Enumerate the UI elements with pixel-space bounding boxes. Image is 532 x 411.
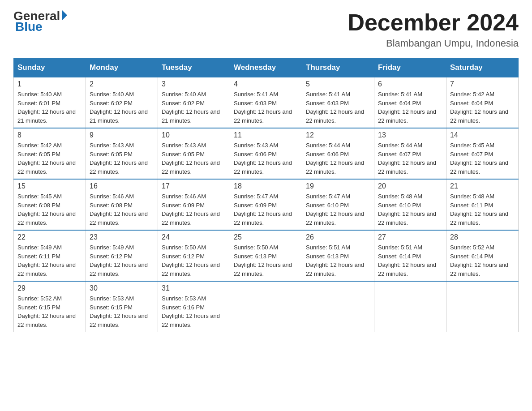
day-number: 9 — [90, 131, 154, 139]
month-title: December 2024 — [348, 9, 519, 36]
calendar-cell: 13 Sunrise: 5:44 AM Sunset: 6:07 PM Dayl… — [374, 128, 446, 179]
calendar-cell: 17 Sunrise: 5:46 AM Sunset: 6:09 PM Dayl… — [158, 179, 230, 230]
day-info: Sunrise: 5:46 AM Sunset: 6:09 PM Dayligh… — [162, 192, 226, 227]
title-block: December 2024 Blambangan Umpu, Indonesia — [348, 9, 519, 49]
calendar-cell: 26 Sunrise: 5:51 AM Sunset: 6:13 PM Dayl… — [302, 230, 374, 281]
calendar-cell: 6 Sunrise: 5:41 AM Sunset: 6:04 PM Dayli… — [374, 77, 446, 128]
day-number: 15 — [17, 182, 82, 190]
day-number: 1 — [17, 80, 82, 88]
day-info: Sunrise: 5:53 AM Sunset: 6:15 PM Dayligh… — [90, 294, 154, 329]
day-number: 10 — [162, 131, 226, 139]
day-number: 12 — [306, 131, 370, 139]
day-info: Sunrise: 5:49 AM Sunset: 6:12 PM Dayligh… — [90, 243, 154, 278]
day-number: 26 — [306, 233, 370, 241]
day-info: Sunrise: 5:51 AM Sunset: 6:14 PM Dayligh… — [378, 243, 442, 278]
calendar-cell: 8 Sunrise: 5:42 AM Sunset: 6:05 PM Dayli… — [14, 128, 86, 179]
day-number: 22 — [17, 233, 82, 241]
day-number: 19 — [306, 182, 370, 190]
calendar-cell: 14 Sunrise: 5:45 AM Sunset: 6:07 PM Dayl… — [446, 128, 519, 179]
day-number: 23 — [90, 233, 154, 241]
day-number: 3 — [162, 80, 226, 88]
day-info: Sunrise: 5:44 AM Sunset: 6:06 PM Dayligh… — [306, 141, 370, 176]
calendar-cell: 27 Sunrise: 5:51 AM Sunset: 6:14 PM Dayl… — [374, 230, 446, 281]
calendar-cell — [230, 281, 302, 332]
calendar-week-row: 29 Sunrise: 5:52 AM Sunset: 6:15 PM Dayl… — [14, 281, 519, 332]
calendar-cell: 18 Sunrise: 5:47 AM Sunset: 6:09 PM Dayl… — [230, 179, 302, 230]
day-number: 31 — [162, 284, 226, 292]
calendar-cell: 5 Sunrise: 5:41 AM Sunset: 6:03 PM Dayli… — [302, 77, 374, 128]
day-number: 6 — [378, 80, 442, 88]
calendar-cell: 3 Sunrise: 5:40 AM Sunset: 6:02 PM Dayli… — [158, 77, 230, 128]
calendar-header-row: SundayMondayTuesdayWednesdayThursdayFrid… — [14, 59, 519, 77]
calendar-cell — [374, 281, 446, 332]
calendar-cell: 7 Sunrise: 5:42 AM Sunset: 6:04 PM Dayli… — [446, 77, 519, 128]
calendar-cell: 12 Sunrise: 5:44 AM Sunset: 6:06 PM Dayl… — [302, 128, 374, 179]
day-number: 8 — [17, 131, 82, 139]
day-info: Sunrise: 5:47 AM Sunset: 6:09 PM Dayligh… — [234, 192, 298, 227]
calendar-cell: 25 Sunrise: 5:50 AM Sunset: 6:13 PM Dayl… — [230, 230, 302, 281]
calendar-week-row: 1 Sunrise: 5:40 AM Sunset: 6:01 PM Dayli… — [14, 77, 519, 128]
day-number: 5 — [306, 80, 370, 88]
day-number: 2 — [90, 80, 154, 88]
day-info: Sunrise: 5:48 AM Sunset: 6:11 PM Dayligh… — [450, 192, 515, 227]
day-info: Sunrise: 5:44 AM Sunset: 6:07 PM Dayligh… — [378, 141, 442, 176]
col-header-monday: Monday — [86, 59, 158, 77]
calendar-cell: 10 Sunrise: 5:43 AM Sunset: 6:05 PM Dayl… — [158, 128, 230, 179]
day-number: 17 — [162, 182, 226, 190]
day-info: Sunrise: 5:45 AM Sunset: 6:07 PM Dayligh… — [450, 141, 515, 176]
day-info: Sunrise: 5:43 AM Sunset: 6:05 PM Dayligh… — [90, 141, 154, 176]
day-info: Sunrise: 5:47 AM Sunset: 6:10 PM Dayligh… — [306, 192, 370, 227]
logo-blue: Blue — [13, 20, 67, 34]
day-info: Sunrise: 5:41 AM Sunset: 6:04 PM Dayligh… — [378, 90, 442, 125]
day-info: Sunrise: 5:48 AM Sunset: 6:10 PM Dayligh… — [378, 192, 442, 227]
logo-arrow-icon — [62, 10, 67, 21]
calendar-cell: 4 Sunrise: 5:41 AM Sunset: 6:03 PM Dayli… — [230, 77, 302, 128]
location-title: Blambangan Umpu, Indonesia — [348, 38, 519, 49]
calendar-cell: 24 Sunrise: 5:50 AM Sunset: 6:12 PM Dayl… — [158, 230, 230, 281]
calendar-cell: 21 Sunrise: 5:48 AM Sunset: 6:11 PM Dayl… — [446, 179, 519, 230]
col-header-tuesday: Tuesday — [158, 59, 230, 77]
day-number: 7 — [450, 80, 515, 88]
day-info: Sunrise: 5:51 AM Sunset: 6:13 PM Dayligh… — [306, 243, 370, 278]
day-info: Sunrise: 5:42 AM Sunset: 6:05 PM Dayligh… — [17, 141, 82, 176]
day-info: Sunrise: 5:49 AM Sunset: 6:11 PM Dayligh… — [17, 243, 82, 278]
day-number: 25 — [234, 233, 298, 241]
day-info: Sunrise: 5:46 AM Sunset: 6:08 PM Dayligh… — [90, 192, 154, 227]
calendar-cell: 20 Sunrise: 5:48 AM Sunset: 6:10 PM Dayl… — [374, 179, 446, 230]
col-header-thursday: Thursday — [302, 59, 374, 77]
logo: General Blue — [13, 9, 67, 34]
day-info: Sunrise: 5:50 AM Sunset: 6:12 PM Dayligh… — [162, 243, 226, 278]
day-info: Sunrise: 5:41 AM Sunset: 6:03 PM Dayligh… — [234, 90, 298, 125]
calendar-cell: 29 Sunrise: 5:52 AM Sunset: 6:15 PM Dayl… — [14, 281, 86, 332]
page-header: General Blue December 2024 Blambangan Um… — [13, 9, 519, 49]
calendar-cell: 19 Sunrise: 5:47 AM Sunset: 6:10 PM Dayl… — [302, 179, 374, 230]
calendar-cell: 1 Sunrise: 5:40 AM Sunset: 6:01 PM Dayli… — [14, 77, 86, 128]
day-number: 29 — [17, 284, 82, 292]
calendar-week-row: 8 Sunrise: 5:42 AM Sunset: 6:05 PM Dayli… — [14, 128, 519, 179]
day-info: Sunrise: 5:40 AM Sunset: 6:02 PM Dayligh… — [162, 90, 226, 125]
day-number: 28 — [450, 233, 515, 241]
day-number: 27 — [378, 233, 442, 241]
calendar-cell: 11 Sunrise: 5:43 AM Sunset: 6:06 PM Dayl… — [230, 128, 302, 179]
calendar-week-row: 22 Sunrise: 5:49 AM Sunset: 6:11 PM Dayl… — [14, 230, 519, 281]
col-header-sunday: Sunday — [14, 59, 86, 77]
day-number: 18 — [234, 182, 298, 190]
day-info: Sunrise: 5:53 AM Sunset: 6:16 PM Dayligh… — [162, 294, 226, 329]
day-number: 24 — [162, 233, 226, 241]
day-number: 11 — [234, 131, 298, 139]
calendar-cell: 22 Sunrise: 5:49 AM Sunset: 6:11 PM Dayl… — [14, 230, 86, 281]
calendar-cell: 23 Sunrise: 5:49 AM Sunset: 6:12 PM Dayl… — [86, 230, 158, 281]
day-info: Sunrise: 5:43 AM Sunset: 6:05 PM Dayligh… — [162, 141, 226, 176]
calendar-cell — [446, 281, 519, 332]
col-header-friday: Friday — [374, 59, 446, 77]
day-number: 4 — [234, 80, 298, 88]
calendar-cell — [302, 281, 374, 332]
day-number: 20 — [378, 182, 442, 190]
calendar-cell: 2 Sunrise: 5:40 AM Sunset: 6:02 PM Dayli… — [86, 77, 158, 128]
calendar-cell: 30 Sunrise: 5:53 AM Sunset: 6:15 PM Dayl… — [86, 281, 158, 332]
calendar-cell: 28 Sunrise: 5:52 AM Sunset: 6:14 PM Dayl… — [446, 230, 519, 281]
day-number: 21 — [450, 182, 515, 190]
calendar-week-row: 15 Sunrise: 5:45 AM Sunset: 6:08 PM Dayl… — [14, 179, 519, 230]
day-info: Sunrise: 5:52 AM Sunset: 6:15 PM Dayligh… — [17, 294, 82, 329]
day-info: Sunrise: 5:40 AM Sunset: 6:02 PM Dayligh… — [90, 90, 154, 125]
